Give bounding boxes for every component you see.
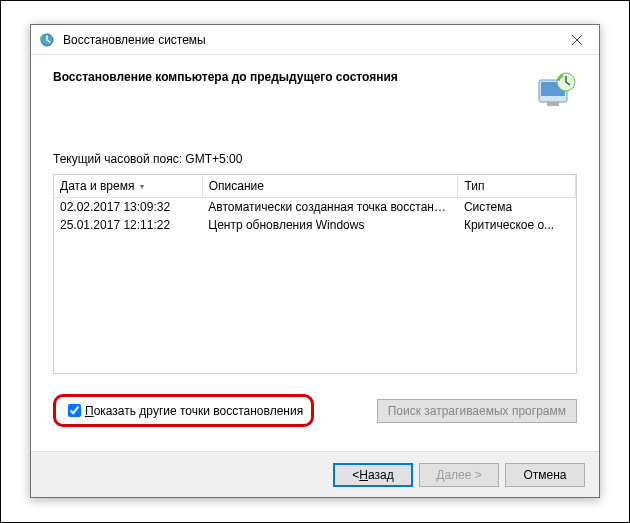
scan-affected-programs-button: Поиск затрагиваемых программ — [377, 399, 577, 423]
titlebar: Восстановление системы — [31, 25, 599, 55]
restore-icon — [39, 32, 55, 48]
cell-date: 25.01.2017 12:11:22 — [54, 216, 202, 234]
column-header-date[interactable]: Дата и время ▾ — [54, 175, 202, 198]
restore-large-icon — [533, 70, 577, 114]
show-more-points-label[interactable]: Показать другие точки восстановления — [85, 404, 303, 418]
table-row[interactable]: 25.01.2017 12:11:22 Центр обновления Win… — [54, 216, 576, 234]
page-heading: Восстановление компьютера до предыдущего… — [53, 70, 523, 84]
svg-rect-5 — [547, 102, 559, 106]
table-row[interactable]: 02.02.2017 13:09:32 Автоматически создан… — [54, 198, 576, 217]
next-button: Далее > — [419, 463, 499, 487]
restore-points-table[interactable]: Дата и время ▾ Описание Тип 02.02.2017 1… — [53, 174, 577, 374]
sort-indicator-icon: ▾ — [140, 182, 144, 191]
back-button[interactable]: < Назад — [333, 463, 413, 487]
timezone-label: Текущий часовой пояс: GMT+5:00 — [53, 152, 577, 166]
cancel-button[interactable]: Отмена — [505, 463, 585, 487]
cell-description: Центр обновления Windows — [202, 216, 458, 234]
column-header-description[interactable]: Описание — [202, 175, 458, 198]
system-restore-dialog: Восстановление системы Восстановление ко… — [30, 24, 600, 498]
show-more-points-checkbox[interactable] — [68, 404, 81, 417]
cell-type: Система — [458, 198, 576, 217]
close-icon — [572, 35, 582, 45]
column-header-type[interactable]: Тип — [458, 175, 576, 198]
wizard-footer: < Назад Далее > Отмена — [31, 451, 599, 497]
close-button[interactable] — [554, 25, 599, 55]
window-title: Восстановление системы — [63, 33, 554, 47]
cell-type: Критическое о... — [458, 216, 576, 234]
cell-date: 02.02.2017 13:09:32 — [54, 198, 202, 217]
annotation-highlight: Показать другие точки восстановления — [53, 394, 314, 427]
dialog-content: Восстановление компьютера до предыдущего… — [31, 55, 599, 427]
column-header-date-label: Дата и время — [60, 179, 134, 193]
cell-description: Автоматически созданная точка восстановл… — [202, 198, 458, 217]
